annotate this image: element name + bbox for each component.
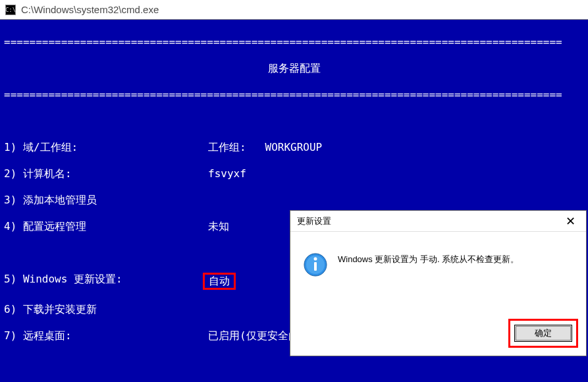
blank-line	[4, 115, 584, 128]
highlight-box: 自动	[203, 273, 236, 290]
menu-item-1: 1) 域/工作组:工作组: WORKGROUP	[4, 141, 584, 154]
dialog-body: Windows 更新设置为 手动. 系统从不检查更新。	[290, 232, 586, 277]
cmd-icon: C:\	[5, 5, 16, 15]
update-settings-dialog: 更新设置 ✕ Windows 更新设置为 手动. 系统从不检查更新。 确定	[290, 210, 587, 356]
blank-line	[4, 356, 584, 369]
ok-button-highlight: 确定	[508, 319, 578, 348]
svg-point-3	[314, 258, 317, 261]
window-title: C:\Windows\system32\cmd.exe	[21, 4, 159, 15]
menu-item-2: 2) 计算机名:fsvyxf	[4, 167, 584, 180]
info-icon	[304, 253, 327, 277]
window-titlebar[interactable]: C:\ C:\Windows\system32\cmd.exe	[0, 0, 588, 20]
separator-line: ========================================…	[4, 88, 584, 101]
dialog-title-text: 更新设置	[297, 215, 331, 227]
menu-item-3: 3) 添加本地管理员	[4, 194, 584, 207]
dialog-footer: 确定	[508, 319, 578, 348]
config-title: 服务器配置	[4, 62, 584, 75]
close-icon[interactable]: ✕	[560, 213, 581, 230]
dialog-titlebar[interactable]: 更新设置 ✕	[290, 211, 586, 232]
ok-button[interactable]: 确定	[514, 325, 572, 342]
separator-line: ========================================…	[4, 36, 584, 49]
svg-rect-2	[314, 262, 317, 271]
dialog-message: Windows 更新设置为 手动. 系统从不检查更新。	[338, 253, 519, 266]
